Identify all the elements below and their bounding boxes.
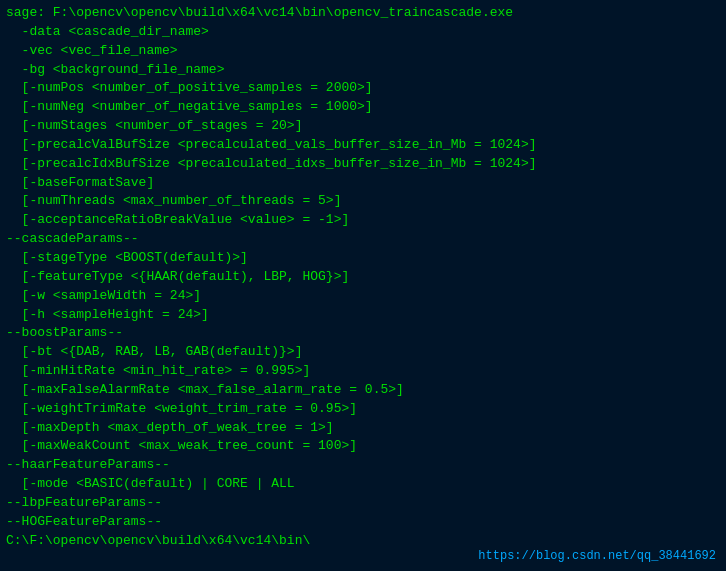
terminal-line: -vec <vec_file_name>: [6, 42, 720, 61]
terminal-line: [-maxDepth <max_depth_of_weak_tree = 1>]: [6, 419, 720, 438]
terminal-line: [-numNeg <number_of_negative_samples = 1…: [6, 98, 720, 117]
terminal-line: --lbpFeatureParams--: [6, 494, 720, 513]
terminal-line: --HOGFeatureParams--: [6, 513, 720, 532]
terminal-line: [-weightTrimRate <weight_trim_rate = 0.9…: [6, 400, 720, 419]
terminal-line: [-precalcValBufSize <precalculated_vals_…: [6, 136, 720, 155]
terminal-line: [-stageType <BOOST(default)>]: [6, 249, 720, 268]
terminal-line: -data <cascade_dir_name>: [6, 23, 720, 42]
terminal-line: [-numThreads <max_number_of_threads = 5>…: [6, 192, 720, 211]
terminal-line: -bg <background_file_name>: [6, 61, 720, 80]
terminal-window: sage: F:\opencv\opencv\build\x64\vc14\bi…: [0, 0, 726, 571]
terminal-line: [-maxFalseAlarmRate <max_false_alarm_rat…: [6, 381, 720, 400]
terminal-line: C:\F:\opencv\opencv\build\x64\vc14\bin\: [6, 532, 720, 551]
terminal-line: --cascadeParams--: [6, 230, 720, 249]
terminal-line: [-numPos <number_of_positive_samples = 2…: [6, 79, 720, 98]
terminal-line: [-baseFormatSave]: [6, 174, 720, 193]
terminal-line: --boostParams--: [6, 324, 720, 343]
terminal-line: [-precalcIdxBufSize <precalculated_idxs_…: [6, 155, 720, 174]
terminal-line: sage: F:\opencv\opencv\build\x64\vc14\bi…: [6, 4, 720, 23]
terminal-line: [-featureType <{HAAR(default), LBP, HOG}…: [6, 268, 720, 287]
terminal-line: [-bt <{DAB, RAB, LB, GAB(default)}>]: [6, 343, 720, 362]
terminal-line: [-w <sampleWidth = 24>]: [6, 287, 720, 306]
terminal-line: --haarFeatureParams--: [6, 456, 720, 475]
terminal-line: [-numStages <number_of_stages = 20>]: [6, 117, 720, 136]
terminal-line: [-maxWeakCount <max_weak_tree_count = 10…: [6, 437, 720, 456]
watermark: https://blog.csdn.net/qq_38441692: [478, 549, 716, 563]
terminal-line: [-minHitRate <min_hit_rate> = 0.995>]: [6, 362, 720, 381]
terminal-line: [-mode <BASIC(default) | CORE | ALL: [6, 475, 720, 494]
terminal-line: [-acceptanceRatioBreakValue <value> = -1…: [6, 211, 720, 230]
terminal-line: [-h <sampleHeight = 24>]: [6, 306, 720, 325]
